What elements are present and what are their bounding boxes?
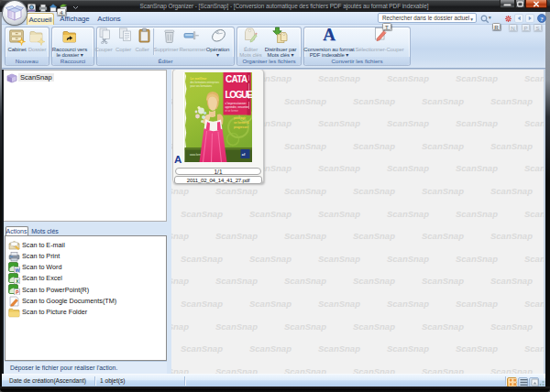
- svg-text:Le meilleur: Le meilleur: [191, 77, 208, 81]
- svg-text:CATA: CATA: [226, 74, 248, 84]
- svg-text:pour agir: pour agir: [234, 116, 247, 120]
- svg-text:?: ?: [540, 16, 544, 23]
- svg-text:se former &: se former &: [234, 121, 250, 125]
- svg-text:apprendre, rencontrer: apprendre, rencontrer: [226, 105, 249, 109]
- svg-text:s'impressionner: s'impressionner: [226, 102, 248, 105]
- svg-text:pour vos formations: pour vos formations: [191, 84, 213, 88]
- svg-text:des formations entreprises: des formations entreprises: [191, 81, 220, 84]
- svg-text:et se former: et se former: [226, 109, 238, 113]
- svg-text:LOGUE: LOGUE: [226, 90, 253, 100]
- svg-text:progresser: progresser: [234, 125, 249, 129]
